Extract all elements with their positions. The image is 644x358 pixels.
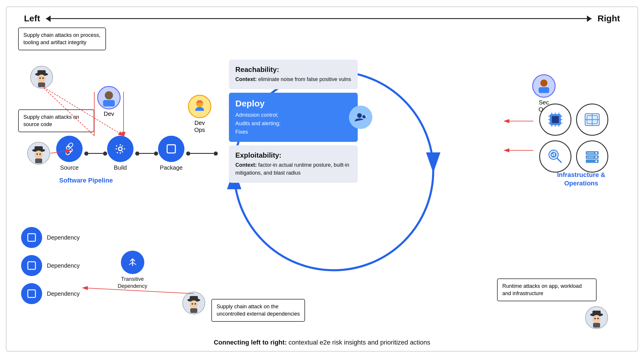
package-node	[158, 136, 184, 162]
dev-avatar: Dev	[97, 86, 121, 117]
svg-point-6	[40, 78, 41, 79]
left-label: Left	[24, 13, 40, 23]
svg-rect-8	[38, 82, 45, 87]
callout-source-attack: Supply chain attacks on source code	[18, 109, 94, 132]
svg-point-70	[190, 300, 198, 309]
svg-point-16	[105, 91, 113, 99]
svg-rect-76	[592, 311, 601, 315]
svg-point-13	[37, 154, 38, 155]
svg-point-21	[357, 113, 362, 118]
deploy-panel: Deploy Admission control;Audits and aler…	[229, 93, 358, 142]
svg-rect-63	[28, 290, 35, 297]
svg-rect-29	[539, 87, 549, 93]
transitive-dep-label: TransitiveDependency	[118, 276, 147, 290]
svg-rect-50	[552, 154, 553, 156]
transitive-dep: TransitiveDependency	[118, 251, 147, 290]
svg-point-5	[37, 75, 46, 83]
source-node	[56, 136, 83, 162]
infra-cpu-icon	[539, 104, 571, 136]
dep-3: Dependency	[21, 283, 80, 304]
callout-dep-attack: Supply chain attack on the uncontrolled …	[211, 299, 305, 322]
svg-rect-61	[28, 234, 35, 241]
deploy-icon	[349, 106, 372, 129]
svg-point-71	[192, 303, 193, 305]
infra-analytics-icon	[539, 140, 571, 173]
svg-line-65	[129, 262, 133, 265]
svg-point-56	[595, 152, 597, 154]
svg-point-72	[195, 303, 196, 305]
svg-rect-69	[190, 296, 198, 301]
svg-rect-80	[593, 323, 600, 328]
svg-rect-62	[28, 262, 35, 269]
svg-point-78	[595, 318, 596, 319]
build-label: Build	[114, 164, 127, 171]
build-node	[107, 136, 133, 162]
main-container: Left Right Supply chain attacks on proce…	[6, 6, 638, 352]
svg-rect-17	[103, 100, 115, 106]
hacker-bottom-center	[182, 291, 205, 316]
package-label: Package	[160, 164, 183, 171]
center-panels: Reachability: Context: eliminate noise f…	[229, 60, 358, 183]
hacker-mid-left	[27, 142, 50, 166]
exploitability-panel: Exploitability: Context: factor-in actua…	[229, 145, 358, 183]
svg-point-28	[540, 80, 547, 87]
svg-line-66	[133, 262, 136, 265]
svg-point-12	[35, 151, 43, 159]
pipeline-label: Software Pipeline	[59, 177, 113, 184]
svg-point-79	[597, 318, 599, 319]
svg-rect-19	[167, 145, 175, 153]
svg-point-57	[595, 156, 597, 158]
svg-rect-31	[552, 116, 559, 123]
infra-grid	[539, 104, 608, 173]
bottom-label: Connecting left to right: contextual e2e…	[214, 339, 430, 346]
devops-avatar: DevOps	[188, 95, 211, 133]
svg-rect-15	[35, 159, 42, 163]
dep-2: Dependency	[21, 255, 80, 276]
hacker-top-left	[30, 66, 53, 90]
svg-line-52	[557, 158, 561, 162]
dev-label: Dev	[97, 111, 121, 117]
svg-rect-51	[554, 153, 555, 156]
svg-point-58	[595, 160, 597, 162]
svg-point-77	[592, 315, 601, 323]
reachability-panel: Reachability: Context: eliminate noise f…	[229, 60, 358, 89]
infra-label: Infrastructure &Operations	[557, 171, 605, 187]
infra-container-icon	[576, 104, 608, 136]
right-label: Right	[597, 13, 620, 23]
svg-rect-4	[37, 70, 46, 75]
svg-line-25	[365, 115, 365, 116]
dep-1: Dependency	[21, 227, 80, 248]
svg-rect-73	[190, 308, 197, 313]
infra-server-icon	[576, 140, 608, 173]
pipeline-container: Source Build	[56, 136, 218, 171]
callout-runtime-attack: Runtime attacks on app, workload and inf…	[497, 278, 597, 301]
dep-container: Dependency Dependency Dependency	[21, 227, 80, 304]
callout-process-attack: Supply chain attacks on process, tooling…	[18, 27, 106, 50]
svg-rect-11	[35, 146, 43, 151]
devops-label: DevOps	[188, 119, 211, 133]
svg-point-14	[40, 154, 41, 155]
hacker-bottom-right	[585, 306, 608, 331]
source-label: Source	[60, 164, 78, 171]
svg-point-7	[42, 78, 44, 79]
